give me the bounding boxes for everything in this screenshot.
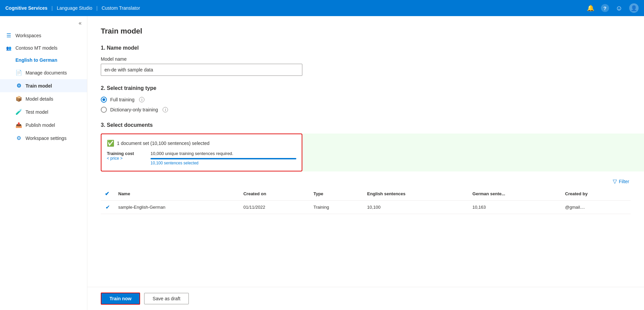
sidebar-item-manage-docs[interactable]: 📄 Manage documents	[0, 66, 87, 79]
row-eng-sentences: 10,100	[363, 201, 468, 214]
radio-dict-training[interactable]: Dictionary-only training i	[101, 107, 631, 113]
th-eng-sentences: English sentences	[363, 187, 468, 201]
radio-full-training-circle	[101, 97, 107, 103]
th-check: ✔	[101, 187, 114, 201]
sidebar-item-workspace-settings-label: Workspace settings	[26, 136, 67, 141]
sep2: |	[96, 5, 98, 11]
sep1: |	[51, 5, 53, 11]
sidebar-item-contoso-label: Contoso MT models	[15, 45, 57, 51]
row-checkbox-icon: ✔	[105, 204, 110, 210]
sidebar-collapse-button[interactable]: «	[79, 20, 82, 26]
sidebar-item-workspaces[interactable]: ☰ Workspaces	[0, 29, 87, 42]
progress-bar-bg	[151, 158, 296, 159]
model-details-icon: 📦	[15, 96, 22, 102]
publish-model-icon: 📤	[15, 122, 22, 128]
language-studio-link[interactable]: Language Studio	[57, 5, 92, 11]
summary-title: 1 document set (10,100 sentences) select…	[117, 141, 210, 146]
section2-label: 2. Select training type	[101, 85, 631, 91]
radio-dict-training-circle	[101, 107, 107, 113]
th-type: Type	[309, 187, 363, 201]
th-created-by: Created by	[561, 187, 631, 201]
dict-training-info-icon[interactable]: i	[163, 107, 168, 112]
sidebar: « ☰ Workspaces 👥 Contoso MT models Engli…	[0, 16, 87, 310]
header-checkbox-icon[interactable]: ✔	[105, 191, 109, 197]
progress-area: 10,000 unique training sentences require…	[151, 151, 296, 165]
workspace-settings-icon: ⚙	[15, 135, 22, 141]
row-created-on: 01/11/2022	[239, 201, 309, 214]
filter-button[interactable]: ▽ Filter	[613, 178, 629, 185]
top-nav-icons: 🔔 ? ☺ 👤	[587, 3, 639, 13]
filter-icon: ▽	[613, 178, 617, 185]
th-created-on: Created on	[239, 187, 309, 201]
row-type: Training	[309, 201, 363, 214]
progress-desc: 10,000 unique training sentences require…	[151, 151, 296, 156]
sidebar-item-workspaces-label: Workspaces	[15, 33, 41, 38]
bell-icon[interactable]: 🔔	[587, 4, 594, 12]
main-layout: « ☰ Workspaces 👥 Contoso MT models Engli…	[0, 16, 644, 310]
brand-title: Cognitive Services	[5, 5, 47, 11]
sidebar-item-publish-model-label: Publish model	[26, 122, 55, 128]
sidebar-item-english-german-label: English to German	[15, 57, 57, 63]
radio-full-training[interactable]: Full training i	[101, 97, 631, 103]
top-nav: Cognitive Services | Language Studio | C…	[0, 0, 644, 16]
full-training-info-icon[interactable]: i	[139, 97, 144, 102]
documents-table: ✔ Name Created on Type English sentences…	[101, 187, 631, 214]
workspaces-icon: ☰	[5, 32, 12, 39]
bottom-bar: Train now Save as draft	[87, 287, 644, 310]
summary-header: ✅ 1 document set (10,100 sentences) sele…	[107, 140, 296, 147]
sidebar-collapse-area: «	[0, 16, 87, 29]
content-area: Train model 1. Name model Model name 2. …	[87, 16, 644, 287]
row-name: sample-English-German	[114, 201, 239, 214]
section3-label: 3. Select documents	[101, 122, 631, 128]
filter-label: Filter	[619, 179, 629, 184]
th-name: Name	[114, 187, 239, 201]
price-tag: < price >	[107, 156, 144, 161]
section-select-docs: 3. Select documents ✅ 1 document set (10…	[101, 122, 631, 214]
cost-info: Training cost < price >	[107, 151, 144, 161]
row-check-col[interactable]: ✔	[101, 201, 114, 214]
summary-body: Training cost < price > 10,000 unique tr…	[107, 151, 296, 165]
sidebar-item-train-model[interactable]: ⚙ Train model	[0, 79, 87, 92]
sidebar-item-test-model-label: Test model	[26, 109, 48, 115]
section-training-type: 2. Select training type Full training i …	[101, 85, 631, 113]
radio-dict-training-label: Dictionary-only training	[110, 107, 158, 112]
sidebar-item-workspace-settings[interactable]: ⚙ Workspace settings	[0, 132, 87, 145]
summary-card: ✅ 1 document set (10,100 sentences) sele…	[101, 134, 302, 171]
face-icon[interactable]: ☺	[616, 4, 622, 12]
sidebar-item-test-model[interactable]: 🧪 Test model	[0, 105, 87, 118]
model-name-label: Model name	[101, 56, 631, 62]
th-ger-sentences: German sente...	[468, 187, 561, 201]
radio-full-training-label: Full training	[110, 97, 134, 102]
sidebar-item-english-german[interactable]: English to German	[0, 54, 87, 66]
custom-translator-link[interactable]: Custom Translator	[101, 5, 140, 11]
save-as-draft-button[interactable]: Save as draft	[144, 293, 189, 304]
section-name-model: 1. Name model Model name	[101, 45, 631, 76]
train-now-button[interactable]: Train now	[101, 293, 140, 305]
sidebar-item-publish-model[interactable]: 📤 Publish model	[0, 118, 87, 132]
check-circle-icon: ✅	[107, 140, 114, 147]
section1-label: 1. Name model	[101, 45, 631, 51]
progress-val: 10,100 sentences selected	[151, 161, 296, 165]
help-icon[interactable]: ?	[601, 4, 609, 12]
sidebar-item-train-model-label: Train model	[26, 83, 52, 89]
training-type-radio-group: Full training i Dictionary-only training…	[101, 97, 631, 113]
model-name-input[interactable]	[101, 64, 302, 76]
row-created-by: @gmail....	[561, 201, 631, 214]
sidebar-item-contoso[interactable]: 👥 Contoso MT models	[0, 42, 87, 54]
row-ger-sentences: 10,163	[468, 201, 561, 214]
table-body: ✔ sample-English-German 01/11/2022 Train…	[101, 201, 631, 214]
train-model-icon: ⚙	[15, 83, 22, 89]
test-model-icon: 🧪	[15, 109, 22, 115]
page-title: Train model	[101, 27, 631, 36]
filter-row: ▽ Filter	[101, 178, 631, 185]
sidebar-item-manage-docs-label: Manage documents	[26, 70, 67, 75]
manage-docs-icon: 📄	[15, 69, 22, 76]
user-icon[interactable]: 👤	[629, 3, 639, 13]
sidebar-item-model-details[interactable]: 📦 Model details	[0, 92, 87, 105]
table-header: ✔ Name Created on Type English sentences…	[101, 187, 631, 201]
table-row: ✔ sample-English-German 01/11/2022 Train…	[101, 201, 631, 214]
cost-label: Training cost	[107, 151, 144, 156]
progress-bar-fill	[151, 158, 296, 159]
contoso-icon: 👥	[5, 46, 12, 51]
sidebar-item-model-details-label: Model details	[26, 96, 53, 102]
